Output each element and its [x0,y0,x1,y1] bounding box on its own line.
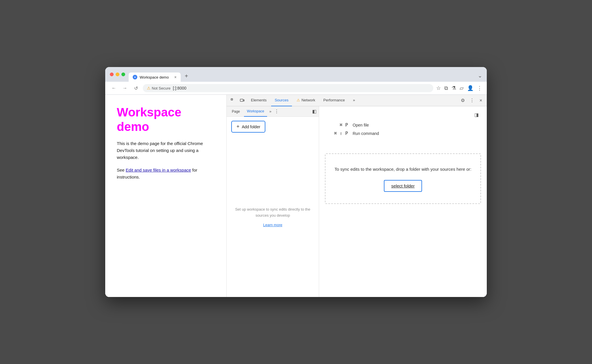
tab-favicon: ● [133,75,137,79]
not-secure-label: Not Secure [152,86,171,90]
warning-icon: ⚠ [147,86,151,90]
traffic-lights [110,73,125,80]
drop-zone[interactable]: To sync edits to the workspace, drop a f… [325,153,481,204]
address-bar: ← → ↺ ⚠ Not Secure [:]:8000 ☆ ⧉ ⚗ ▱ 👤 ⋮ [105,82,487,95]
run-command-keys: ⌘ ⇧ P [325,131,348,136]
devtools-more-button[interactable]: ⋮ [468,96,476,105]
network-warning-icon: ⚠ [297,98,300,102]
shortcuts-section: ⌘ P Open file ⌘ ⇧ P Run command [325,122,481,139]
title-bar: ● Workspace demo × + ⌄ [105,67,487,82]
device-toolbar-button[interactable] [238,96,246,105]
workspace-link[interactable]: Edit and save files in a workspace [126,168,191,172]
security-indicator: ⚠ Not Secure [147,86,171,90]
sources-info: Set up workspace to sync edits directly … [227,137,319,297]
sources-tab-page[interactable]: Page [229,106,243,117]
learn-more-link[interactable]: Learn more [263,223,282,227]
browser-toolbar: ☆ ⧉ ⚗ ▱ 👤 ⋮ [436,85,482,91]
tab-sources[interactable]: Sources [271,95,292,106]
new-tab-button[interactable]: + [181,70,192,82]
sources-panel-toggle[interactable]: ◧ [312,109,317,114]
page-link-paragraph: See Edit and save files in a workspace f… [117,167,215,181]
menu-icon[interactable]: ⋮ [477,85,482,91]
tab-performance-label: Performance [323,98,345,102]
svg-rect-1 [231,99,232,100]
svg-rect-3 [243,100,244,101]
devtools-body: Page Workspace » ⋮ ◧ + Add folder [227,106,487,297]
inspect-icon [231,98,235,103]
sources-tab-menu[interactable]: ⋮ [274,109,279,114]
browser-tabs: ● Workspace demo × + ⌄ [129,70,482,82]
lab-icon[interactable]: ⚗ [452,85,456,91]
see-label: See [117,168,126,172]
sources-tab-workspace-label: Workspace [247,109,264,113]
tab-more[interactable]: » [349,95,358,106]
sources-tabs: Page Workspace » ⋮ ◧ [227,106,319,117]
select-folder-button[interactable]: select folder [384,180,422,192]
right-panel-toggle[interactable]: ◨ [474,112,479,118]
split-icon[interactable]: ▱ [460,85,464,91]
shortcut-open-file: ⌘ P Open file [325,122,481,128]
tab-sources-label: Sources [275,98,288,102]
sources-main-header: ◨ [325,112,481,118]
inspect-element-button[interactable] [229,96,237,105]
bookmark-icon[interactable]: ☆ [436,85,441,91]
devtools-panel: Elements Sources ⚠ Network Performance » [227,95,487,297]
devtools-toolbar: Elements Sources ⚠ Network Performance » [227,95,487,106]
open-file-keys: ⌘ P [325,122,348,128]
sources-tab-workspace[interactable]: Workspace [244,106,267,117]
url-bar[interactable]: ⚠ Not Secure [:]:8000 [143,84,433,92]
drop-zone-text: To sync edits to the workspace, drop a f… [334,166,472,173]
tab-menu-button[interactable]: ⌄ [478,73,482,82]
sources-info-text: Set up workspace to sync edits directly … [232,207,313,219]
open-file-label: Open file [353,123,369,127]
page-content: Workspace demo This is the demo page for… [105,95,227,297]
tab-elements-label: Elements [251,98,267,102]
page-title: Workspace demo [117,105,215,134]
url-text: [:]:8000 [173,86,186,90]
add-folder-label: Add folder [242,125,260,129]
sources-tab-page-label: Page [232,109,240,114]
browser-window: ● Workspace demo × + ⌄ ← → ↺ ⚠ Not Secur… [105,67,487,297]
reload-button[interactable]: ↺ [132,84,140,92]
maximize-window-button[interactable] [121,73,125,76]
sources-more-tabs[interactable]: » [268,109,273,114]
tab-close-button[interactable]: × [174,75,177,79]
forward-button[interactable]: → [121,84,129,92]
devtools-settings-button[interactable]: ⚙ [459,96,467,105]
minimize-window-button[interactable] [116,73,119,76]
add-folder-plus-icon: + [236,124,240,130]
devtools-close-button[interactable]: × [477,97,484,104]
extensions-icon[interactable]: ⧉ [444,85,448,91]
sources-main: ◨ ⌘ P Open file ⌘ ⇧ P Run command [319,106,487,297]
profile-icon[interactable]: 👤 [467,85,473,91]
tab-network[interactable]: ⚠ Network [293,95,319,106]
shortcut-run-command: ⌘ ⇧ P Run command [325,131,481,136]
tab-elements[interactable]: Elements [247,95,270,106]
more-tabs-icon: » [353,98,355,102]
back-button[interactable]: ← [110,84,118,92]
sources-sidebar: Page Workspace » ⋮ ◧ + Add folder [227,106,319,297]
run-command-label: Run command [353,131,379,136]
svg-rect-2 [240,99,243,101]
main-content: Workspace demo This is the demo page for… [105,95,487,297]
tab-network-label: Network [301,98,315,102]
tab-title: Workspace demo [140,75,169,79]
page-description: This is the demo page for the official C… [117,140,215,161]
active-tab[interactable]: ● Workspace demo × [129,73,181,82]
add-folder-button[interactable]: + Add folder [231,121,265,133]
add-folder-section: + Add folder [227,117,319,137]
close-window-button[interactable] [110,73,114,76]
device-icon [240,98,245,103]
tab-performance[interactable]: Performance [320,95,348,106]
